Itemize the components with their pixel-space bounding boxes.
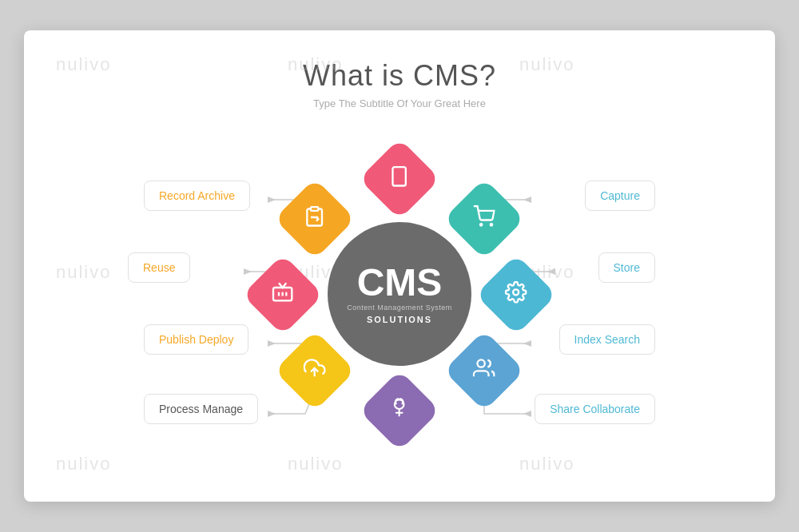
svg-marker-1 — [244, 268, 252, 275]
petal-phone — [359, 138, 440, 220]
label-index-search: Index Search — [559, 324, 656, 355]
label-store: Store — [598, 252, 655, 283]
cms-diagram: CMS Content Management System SOLUTIONS — [120, 110, 679, 478]
film-icon — [272, 281, 294, 309]
phone-icon — [388, 165, 411, 193]
cart-icon — [473, 205, 495, 233]
petal-clipboard — [274, 178, 356, 260]
petal-gear — [475, 254, 557, 335]
label-publish-deploy: Publish Deploy — [144, 324, 248, 355]
cms-center-circle: CMS Content Management System SOLUTIONS — [328, 222, 471, 366]
cms-acronym: CMS — [357, 264, 443, 302]
brain-icon — [388, 397, 411, 425]
page-subtitle: Type The Subtitle Of Your Great Here — [24, 97, 775, 109]
svg-point-10 — [480, 224, 482, 225]
slide: nulivo nulivo nulivo nulivo nulivo nuliv… — [24, 30, 775, 502]
clipboard-icon — [304, 205, 326, 233]
svg-marker-3 — [268, 411, 276, 417]
petal-upload — [274, 330, 356, 411]
people-icon — [473, 357, 495, 385]
svg-marker-4 — [523, 197, 531, 203]
petal-film — [242, 254, 324, 335]
svg-marker-6 — [523, 340, 531, 347]
svg-marker-5 — [547, 268, 555, 275]
gear-icon — [505, 281, 527, 309]
label-capture: Capture — [585, 181, 655, 211]
petal-brain — [359, 370, 440, 451]
watermark: nulivo — [56, 262, 111, 283]
svg-marker-2 — [268, 340, 276, 347]
label-record-archive: Record Archive — [144, 181, 250, 211]
label-process-manage: Process Manage — [144, 394, 258, 424]
page-title: What is CMS? — [24, 30, 775, 93]
svg-point-11 — [491, 224, 492, 225]
svg-rect-20 — [311, 207, 318, 211]
label-reuse: Reuse — [128, 252, 190, 283]
label-share-collaborate: Share Collaborate — [535, 394, 655, 424]
svg-marker-7 — [523, 411, 531, 417]
petal-cart — [443, 178, 525, 260]
svg-point-12 — [514, 289, 519, 295]
cms-solutions: SOLUTIONS — [367, 315, 432, 324]
watermark: nulivo — [56, 454, 111, 474]
upload-icon — [304, 357, 326, 385]
svg-rect-8 — [393, 167, 406, 185]
svg-marker-0 — [268, 197, 276, 203]
cms-full-name: Content Management System — [347, 304, 452, 312]
petal-people — [443, 330, 525, 411]
svg-point-13 — [478, 359, 485, 367]
